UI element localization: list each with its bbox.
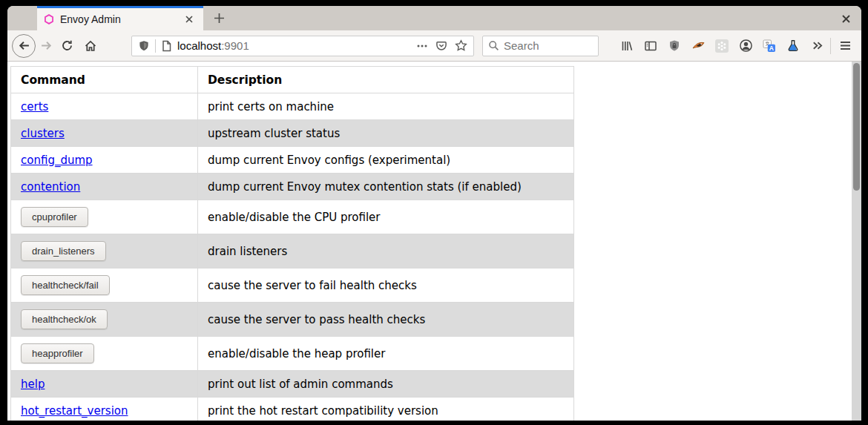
- tab-bar: Envoy Admin: [7, 6, 861, 30]
- command-link-clusters[interactable]: clusters: [21, 127, 65, 140]
- overflow-chevrons-icon[interactable]: [808, 37, 826, 55]
- reload-icon: [61, 39, 73, 52]
- command-button-drain_listeners[interactable]: drain_listeners: [21, 241, 106, 261]
- description-cell: enable/disable the CPU profiler: [198, 200, 574, 234]
- table-row: hot_restart_versionprint the hot restart…: [11, 398, 574, 421]
- new-tab-button[interactable]: [209, 8, 229, 28]
- command-column-header: Command: [11, 67, 198, 93]
- menu-hamburger-icon[interactable]: [835, 36, 855, 56]
- page-actions-icon[interactable]: [416, 40, 428, 52]
- command-cell: healthcheck/ok: [11, 303, 198, 337]
- description-cell: upstream cluster status: [198, 120, 574, 147]
- back-button[interactable]: [12, 34, 36, 58]
- pocket-icon[interactable]: [435, 40, 447, 52]
- browser-window: Envoy Admin: [7, 6, 861, 421]
- shield-lock-extension-icon[interactable]: [665, 37, 683, 55]
- forward-button[interactable]: [36, 36, 56, 56]
- command-link-contention[interactable]: contention: [21, 180, 80, 194]
- command-link-help[interactable]: help: [21, 378, 45, 391]
- description-cell: enable/disable the heap profiler: [198, 337, 574, 371]
- translate-extension-icon[interactable]: A: [760, 37, 778, 55]
- command-button-healthcheck/fail[interactable]: healthcheck/fail: [21, 275, 110, 295]
- command-cell: certs: [11, 93, 198, 120]
- envoy-favicon-icon: [43, 13, 55, 25]
- command-cell: clusters: [11, 120, 198, 147]
- search-bar[interactable]: [482, 36, 599, 56]
- account-icon[interactable]: [737, 37, 754, 55]
- scrollbar-thumb[interactable]: [853, 63, 860, 191]
- search-icon: [488, 40, 499, 51]
- description-cell: print out list of admin commands: [198, 371, 574, 398]
- command-cell: help: [11, 371, 198, 398]
- command-cell: drain_listeners: [11, 234, 198, 268]
- description-cell: cause the server to fail health checks: [198, 268, 574, 303]
- url-bar[interactable]: localhost:9901: [131, 36, 474, 56]
- tab-title: Envoy Admin: [60, 13, 178, 25]
- page-info-icon[interactable]: [161, 40, 172, 52]
- envoy-admin-page: Command Description certsprint certs on …: [10, 66, 574, 421]
- toolbar-extensions: A: [618, 37, 826, 55]
- bookmark-star-icon[interactable]: [455, 39, 467, 52]
- flask-extension-icon[interactable]: [784, 37, 802, 55]
- table-row: heapprofilerenable/disable the heap prof…: [11, 337, 574, 371]
- atom-extension-icon[interactable]: [713, 37, 731, 55]
- table-row: clustersupstream cluster status: [11, 120, 574, 147]
- url-text[interactable]: localhost:9901: [177, 39, 416, 52]
- command-table-body: certsprint certs on machineclustersupstr…: [11, 93, 574, 421]
- description-cell: print certs on machine: [198, 93, 574, 120]
- sidebar-icon[interactable]: [642, 37, 660, 55]
- screenshot-root: Envoy Admin: [0, 0, 868, 425]
- description-cell: dump current Envoy mutex contention stat…: [198, 174, 574, 200]
- description-column-header: Description: [198, 67, 574, 93]
- table-row: certsprint certs on machine: [11, 93, 574, 120]
- admin-commands-table: Command Description certsprint certs on …: [10, 66, 574, 421]
- command-cell: cpuprofiler: [11, 200, 198, 234]
- table-row: helpprint out list of admin commands: [11, 371, 574, 398]
- url-host: localhost: [177, 39, 221, 52]
- window-close-button[interactable]: [836, 9, 855, 28]
- url-bar-separator: [155, 39, 156, 53]
- home-button[interactable]: [79, 36, 102, 56]
- description-cell: drain listeners: [198, 234, 574, 268]
- home-icon: [84, 39, 97, 53]
- tab-envoy-admin[interactable]: Envoy Admin: [37, 6, 203, 30]
- page-viewport: Command Description certsprint certs on …: [7, 62, 861, 421]
- library-icon[interactable]: [618, 37, 636, 55]
- command-button-heapprofiler[interactable]: heapprofiler: [21, 343, 94, 363]
- command-cell: config_dump: [11, 147, 198, 174]
- command-link-certs[interactable]: certs: [21, 100, 48, 113]
- url-port: :9901: [221, 39, 249, 52]
- command-button-cpuprofiler[interactable]: cpuprofiler: [21, 207, 88, 227]
- command-cell: heapprofiler: [11, 337, 198, 371]
- tab-close-icon[interactable]: [181, 11, 197, 27]
- vertical-scrollbar[interactable]: [852, 62, 861, 421]
- description-cell: cause the server to pass health checks: [198, 303, 574, 337]
- tracking-shield-icon[interactable]: [138, 40, 150, 52]
- command-link-hot_restart_version[interactable]: hot_restart_version: [21, 404, 128, 418]
- description-cell: dump current Envoy configs (experimental…: [198, 147, 574, 174]
- table-row: healthcheck/okcause the server to pass h…: [11, 303, 574, 337]
- reload-button[interactable]: [56, 36, 77, 56]
- command-cell: healthcheck/fail: [11, 268, 198, 303]
- table-row: contentiondump current Envoy mutex conte…: [11, 174, 574, 200]
- command-link-config_dump[interactable]: config_dump: [21, 154, 93, 167]
- toolbar-separator: [830, 38, 831, 54]
- table-row: config_dumpdump current Envoy configs (e…: [11, 147, 574, 174]
- back-icon: [18, 39, 30, 52]
- table-header-row: Command Description: [11, 67, 574, 93]
- search-input[interactable]: [504, 39, 593, 52]
- command-cell: hot_restart_version: [11, 398, 198, 421]
- forward-icon: [40, 39, 53, 52]
- table-row: healthcheck/failcause the server to fail…: [11, 268, 574, 303]
- svg-text:A: A: [769, 44, 774, 51]
- fox-extension-icon[interactable]: [689, 37, 707, 55]
- table-row: cpuprofilerenable/disable the CPU profil…: [11, 200, 574, 234]
- navigation-toolbar: localhost:9901: [7, 30, 861, 62]
- description-cell: print the hot restart compatibility vers…: [198, 398, 574, 421]
- command-button-healthcheck/ok[interactable]: healthcheck/ok: [21, 309, 108, 329]
- command-cell: contention: [11, 174, 198, 200]
- table-row: drain_listenersdrain listeners: [11, 234, 574, 268]
